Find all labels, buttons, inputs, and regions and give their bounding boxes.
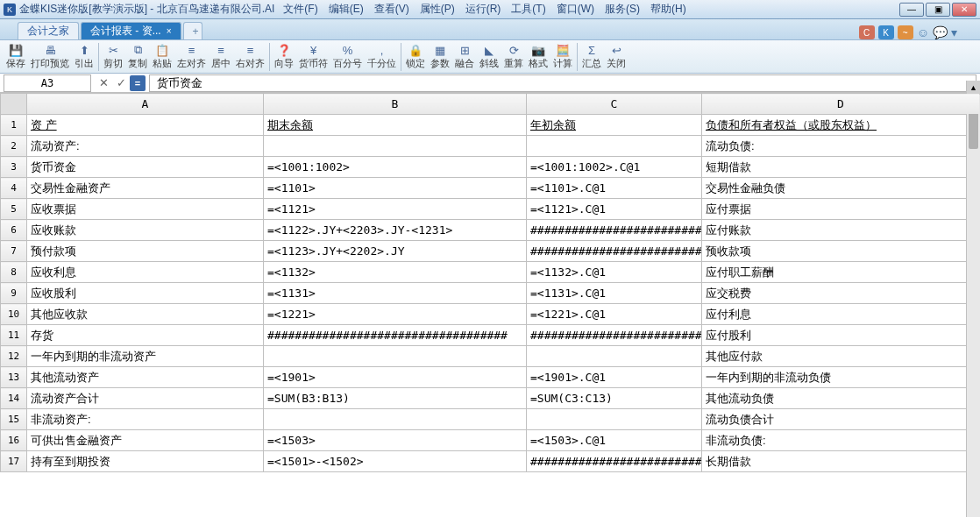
row-header[interactable]: 12 (1, 346, 27, 367)
cell[interactable]: 预收款项 (702, 241, 980, 262)
close-button[interactable]: ✕ (952, 3, 976, 17)
summary-button[interactable]: Σ汇总 (579, 42, 604, 71)
cell[interactable] (264, 136, 527, 157)
cell[interactable]: 货币资金 (27, 157, 264, 178)
tab-report[interactable]: 会计报表 - 资... × (81, 22, 181, 39)
minimize-button[interactable]: — (899, 3, 924, 17)
chat-icon[interactable]: 💬 (933, 25, 948, 39)
cell[interactable]: 其他流动资产 (27, 367, 264, 388)
diagonal-button[interactable]: ◣斜线 (477, 42, 501, 71)
menu-tools[interactable]: 工具(T) (511, 2, 545, 17)
column-header-a[interactable]: A (27, 94, 264, 115)
cell[interactable]: =<1101>.C@1 (527, 178, 702, 199)
cell[interactable]: =SUM(C3:C13) (527, 388, 702, 409)
select-all-corner[interactable] (1, 94, 27, 115)
cell[interactable] (527, 346, 702, 367)
row-header[interactable]: 8 (1, 262, 27, 283)
cell[interactable]: 交易性金融负债 (702, 178, 980, 199)
cell[interactable]: 流动负债: (702, 136, 980, 157)
cell[interactable]: =SUM(B3:B13) (264, 388, 527, 409)
cell[interactable]: 年初余额 (527, 115, 702, 136)
cut-button[interactable]: ✂剪切 (101, 42, 125, 71)
cell[interactable]: =<1132> (264, 262, 527, 283)
formula-input[interactable]: 货币资金 (149, 74, 976, 92)
cell[interactable]: 非流动负债: (702, 430, 980, 451)
row-header[interactable]: 4 (1, 178, 27, 199)
cell[interactable]: =<1122>.JY+<2203>.JY-<1231> (264, 220, 527, 241)
thousands-button[interactable]: ,千分位 (365, 42, 399, 71)
wizard-button[interactable]: ❓向导 (272, 42, 296, 71)
currency-button[interactable]: ¥货币符 (296, 42, 330, 71)
cell[interactable]: 应交税费 (702, 283, 980, 304)
cell[interactable]: ######################### (527, 325, 702, 346)
percent-button[interactable]: %百分号 (330, 42, 365, 71)
cell[interactable]: =<1503> (264, 430, 527, 451)
cell[interactable]: 存货 (27, 325, 264, 346)
cell[interactable]: 应收股利 (27, 283, 264, 304)
column-header-b[interactable]: B (264, 94, 527, 115)
cell[interactable]: =<1123>.JY+<2202>.JY (264, 241, 527, 262)
align-left-button[interactable]: ≡左对齐 (174, 42, 209, 71)
cell[interactable]: 其他应付款 (702, 346, 980, 367)
cell[interactable]: 应收利息 (27, 262, 264, 283)
menu-services[interactable]: 服务(S) (605, 2, 640, 17)
cell[interactable]: 负债和所有者权益（或股东权益） (702, 115, 980, 136)
row-header[interactable]: 9 (1, 283, 27, 304)
cell[interactable]: =<1131> (264, 283, 527, 304)
format-button[interactable]: 📷格式 (526, 42, 550, 71)
column-header-d[interactable]: D (702, 94, 980, 115)
cell[interactable]: 长期借款 (702, 451, 980, 472)
cell[interactable]: 应付账款 (702, 220, 980, 241)
cell[interactable]: 其他应收款 (27, 304, 264, 325)
row-header[interactable]: 15 (1, 409, 27, 430)
cell[interactable]: =<1221> (264, 304, 527, 325)
cell[interactable]: =<1221>.C@1 (527, 304, 702, 325)
cell[interactable]: 其他流动负债 (702, 388, 980, 409)
cell[interactable] (264, 346, 527, 367)
merge-button[interactable]: ⊞融合 (452, 42, 477, 71)
menu-run[interactable]: 运行(R) (465, 2, 501, 17)
tab-add[interactable]: + (183, 22, 202, 39)
cell[interactable]: 期末余额 (264, 115, 527, 136)
spreadsheet[interactable]: A B C D 1资 产期末余额年初余额负债和所有者权益（或股东权益）2流动资产… (0, 93, 980, 515)
tab-close-icon[interactable]: × (167, 26, 172, 36)
cell[interactable] (527, 409, 702, 430)
row-header[interactable]: 17 (1, 451, 27, 472)
cell[interactable]: 应付票据 (702, 199, 980, 220)
cell[interactable] (264, 409, 527, 430)
menu-help[interactable]: 帮助(H) (650, 2, 686, 17)
row-header[interactable]: 7 (1, 241, 27, 262)
cell[interactable]: =<1121>.C@1 (527, 199, 702, 220)
menu-file[interactable]: 文件(F) (283, 2, 317, 17)
row-header[interactable]: 14 (1, 388, 27, 409)
cell[interactable]: =<1131>.C@1 (527, 283, 702, 304)
cell[interactable]: 流动负债合计 (702, 409, 980, 430)
cell[interactable]: 流动资产合计 (27, 388, 264, 409)
dropdown-icon[interactable]: ▾ (951, 25, 957, 39)
cell[interactable]: 应付职工薪酬 (702, 262, 980, 283)
cell[interactable]: 非流动资产: (27, 409, 264, 430)
close-report-button[interactable]: ↩关闭 (604, 42, 628, 71)
cell[interactable]: 应收账款 (27, 220, 264, 241)
cell[interactable]: 短期借款 (702, 157, 980, 178)
align-center-button[interactable]: ≡居中 (209, 42, 233, 71)
row-header[interactable]: 13 (1, 367, 27, 388)
menu-edit[interactable]: 编辑(E) (329, 2, 364, 17)
row-header[interactable]: 5 (1, 199, 27, 220)
row-header[interactable]: 10 (1, 304, 27, 325)
cell[interactable]: =<1501>-<1502> (264, 451, 527, 472)
copy-button[interactable]: ⧉复制 (125, 42, 150, 71)
cell[interactable]: 一年内到期的非流动负债 (702, 367, 980, 388)
cell[interactable] (527, 136, 702, 157)
cell[interactable]: ################################### (264, 325, 527, 346)
row-header[interactable]: 2 (1, 136, 27, 157)
cell-reference[interactable]: A3 (4, 74, 91, 92)
params-button[interactable]: ▦参数 (428, 42, 452, 71)
badge-cloud-icon[interactable]: ~ (898, 25, 913, 39)
cell[interactable]: =<1001:1002>.C@1 (527, 157, 702, 178)
cell[interactable]: 应收票据 (27, 199, 264, 220)
cell[interactable]: ######################### (527, 451, 702, 472)
tab-home[interactable]: 会计之家 (18, 22, 79, 39)
save-button[interactable]: 💾保存 (4, 42, 28, 71)
smile-icon[interactable]: ☺ (917, 25, 929, 39)
